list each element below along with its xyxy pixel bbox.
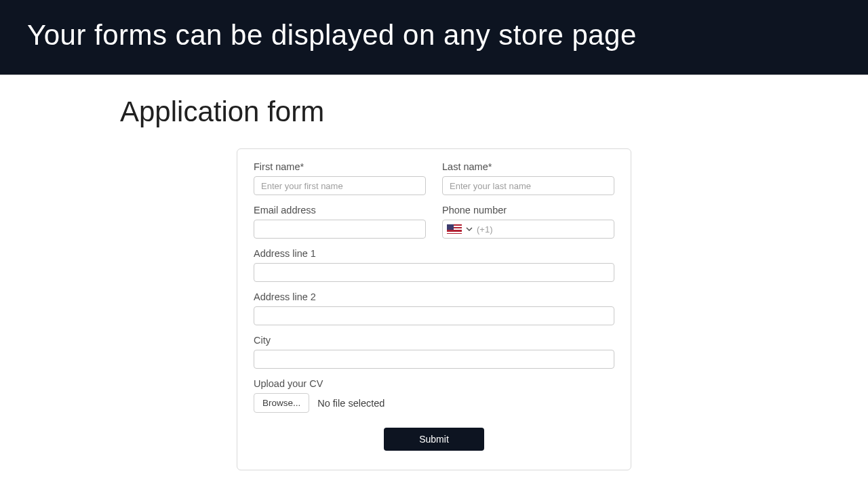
first-name-group: First name* xyxy=(254,161,426,195)
page-title: Application form xyxy=(120,96,749,128)
top-banner: Your forms can be displayed on any store… xyxy=(0,0,868,75)
address2-group: Address line 2 xyxy=(254,291,614,325)
browse-button[interactable]: Browse... xyxy=(254,393,309,413)
address1-group: Address line 1 xyxy=(254,248,614,282)
us-flag-icon xyxy=(447,224,462,234)
city-group: City xyxy=(254,335,614,369)
phone-label: Phone number xyxy=(442,205,614,216)
phone-group: Phone number xyxy=(442,205,614,239)
upload-label: Upload your CV xyxy=(254,378,614,389)
address1-label: Address line 1 xyxy=(254,248,614,259)
phone-field[interactable] xyxy=(442,220,614,239)
last-name-label: Last name* xyxy=(442,161,614,172)
submit-button[interactable]: Submit xyxy=(384,428,484,451)
last-name-input[interactable] xyxy=(442,176,614,195)
email-label: Email address xyxy=(254,205,426,216)
address2-label: Address line 2 xyxy=(254,291,614,302)
last-name-group: Last name* xyxy=(442,161,614,195)
upload-group: Upload your CV Browse... No file selecte… xyxy=(254,378,614,413)
city-label: City xyxy=(254,335,614,346)
first-name-input[interactable] xyxy=(254,176,426,195)
first-name-label: First name* xyxy=(254,161,426,172)
city-input[interactable] xyxy=(254,350,614,369)
phone-input[interactable] xyxy=(477,220,608,238)
page-content: Application form First name* Last name* … xyxy=(119,75,749,488)
banner-headline: Your forms can be displayed on any store… xyxy=(27,19,841,52)
address1-input[interactable] xyxy=(254,263,614,282)
file-status: No file selected xyxy=(317,398,384,409)
address2-input[interactable] xyxy=(254,306,614,325)
application-form: First name* Last name* Email address Pho… xyxy=(237,148,631,470)
email-input[interactable] xyxy=(254,220,426,239)
email-group: Email address xyxy=(254,205,426,239)
chevron-down-icon xyxy=(466,226,473,232)
